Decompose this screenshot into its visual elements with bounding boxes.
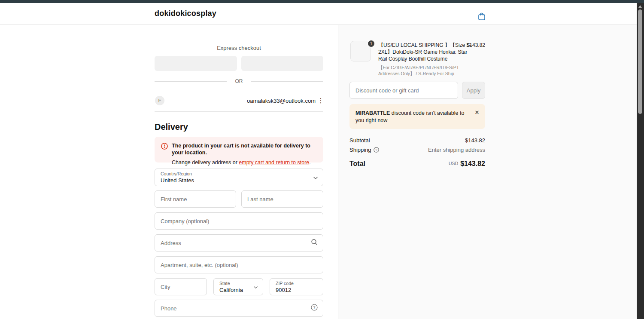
svg-text:?: ? [313,305,315,310]
address-input[interactable] [155,235,323,251]
discount-code-name: MIRABATTLE [355,110,390,116]
error-message-line1: The product in your cart is not availabl… [172,142,316,156]
chevron-down-icon [313,174,318,181]
avatar: F [155,96,164,105]
scroll-up-arrow-icon[interactable] [638,5,642,8]
or-divider: OR [155,78,323,84]
country-label: Country/Region [161,171,192,176]
scrollbar-thumb[interactable] [638,9,642,114]
country-select[interactable]: Country/Region United States [155,169,323,186]
company-input[interactable] [155,213,323,229]
help-icon[interactable]: ? [311,304,318,313]
shipping-label: Shipping? [349,147,379,154]
first-name-field-wrap [155,190,236,208]
express-checkout-label: Express checkout [155,45,323,51]
empty-cart-link[interactable]: empty cart and return to store [239,160,309,166]
phone-input[interactable] [155,300,323,316]
express-pay-button-1[interactable] [155,56,237,71]
apartment-input[interactable] [155,257,323,273]
currency-code: USD [449,161,458,166]
country-value: United States [161,177,194,184]
search-icon [311,239,318,247]
close-warning-button[interactable]: ✕ [473,108,481,117]
apartment-field-wrap [155,256,323,273]
section-divider [155,111,323,112]
store-logo[interactable]: dokidokicosplay [155,9,216,18]
account-email: oamalaksk33@outlook.com [247,98,316,104]
shipping-label-text: Shipping [349,147,371,153]
browser-top-bar [0,0,644,3]
page-scrollbar[interactable] [637,3,644,319]
state-value: California [219,287,243,293]
error-message-prefix: Change delivery address or [172,160,239,166]
shopping-bag-icon [477,16,486,22]
delivery-heading: Delivery [155,122,188,132]
apply-discount-button[interactable]: Apply [462,82,485,99]
checkout-form-pane: Express checkout OR F oamalaksk33@outloo… [0,25,338,319]
shipping-help-icon[interactable]: ? [374,147,379,154]
delivery-error-banner: The product in your cart is not availabl… [155,137,323,163]
error-message-line2: Change delivery address or empty cart an… [172,159,316,166]
state-select[interactable]: State California [213,278,263,295]
subtotal-label: Subtotal [349,137,370,144]
product-price: $143.82 [467,42,485,48]
total-amount: $143.82 [460,160,485,167]
product-title: 【US/EU LOCAL SHIPPING 】【Size S-2XL】DokiD… [378,42,472,62]
subtotal-value: $143.82 [465,137,485,144]
state-label: State [219,281,230,286]
cart-button[interactable] [477,12,487,22]
discount-warning-banner: MIRABATTLE discount code isn’t available… [349,104,485,129]
quantity-badge: 1 [367,40,375,48]
order-summary-pane: 1 【US/EU LOCAL SHIPPING 】【Size S-2XL】Dok… [338,25,637,319]
total-label: Total [349,160,365,168]
discount-field-wrap [349,82,458,99]
last-name-input[interactable] [242,191,323,207]
city-field-wrap [155,278,207,295]
address-field-wrap [155,234,323,252]
account-row: F oamalaksk33@outlook.com ⋮ [155,96,323,106]
zip-input[interactable] [270,279,323,295]
last-name-field-wrap [241,190,323,208]
city-input[interactable] [155,279,207,295]
product-thumbnail: 1 [350,41,371,61]
first-name-input[interactable] [155,191,236,207]
error-alert-icon [161,143,168,151]
product-variant: 【For CZ/GE/AT/BE/PL/NL/FR/IT/ES/PT Addre… [378,64,472,77]
chevron-down-icon [253,283,258,291]
total-value: USD$143.82 [449,160,485,168]
express-pay-button-2[interactable] [241,56,323,71]
discount-warning-text: MIRABATTLE discount code isn’t available… [355,110,471,124]
kebab-menu-icon: ⋮ [318,97,324,104]
close-icon: ✕ [475,109,480,116]
phone-field-wrap: ? [155,300,323,317]
svg-text:?: ? [375,148,377,152]
checkout-header: dokidokicosplay [0,3,637,25]
error-message-suffix: . [309,160,310,166]
account-menu-button[interactable]: ⋮ [317,96,324,105]
zip-field-wrap: ZIP code [270,278,323,295]
company-field-wrap [155,212,323,230]
shipping-value: Enter shipping address [428,147,485,153]
discount-code-input[interactable] [350,82,458,98]
divider-line [251,81,323,82]
